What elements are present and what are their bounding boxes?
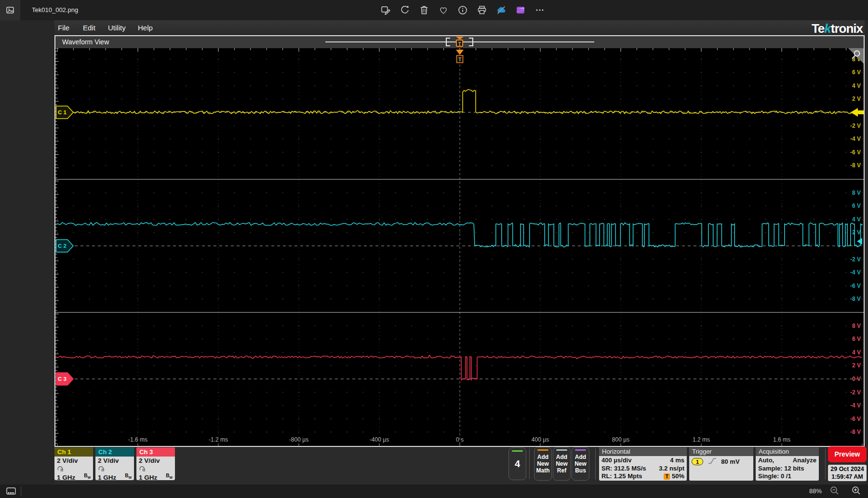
- add-new-math-button[interactable]: Add New Math: [534, 447, 552, 481]
- clipchamp-icon: [515, 5, 526, 15]
- voltage-tick-label: -6 V: [850, 149, 861, 156]
- delete-button[interactable]: [418, 4, 430, 16]
- trash-icon: [419, 5, 429, 15]
- overview-left-bracket[interactable]: [446, 38, 450, 46]
- photos-app-icon[interactable]: [0, 0, 20, 20]
- channel-3-label: Ch 3: [136, 447, 175, 457]
- voltage-tick-label: 4 V: [852, 349, 861, 356]
- trigger-panel[interactable]: Trigger 1 80 mV: [689, 447, 753, 481]
- channel-3-scale: 2 V/div: [139, 457, 173, 465]
- bus-accent: [575, 449, 586, 451]
- zoom-out-icon: [829, 485, 840, 496]
- rotate-button[interactable]: [399, 4, 411, 16]
- time-tick-label: -1.6 ms: [128, 436, 147, 443]
- photos-app-window: Tek010_002.png: [0, 0, 868, 498]
- favorite-button[interactable]: [438, 4, 449, 16]
- clipchamp-button[interactable]: [515, 4, 526, 16]
- math-accent: [537, 449, 548, 451]
- voltage-tick-label: 2 V: [852, 362, 861, 369]
- overview-right-bracket[interactable]: [469, 38, 473, 46]
- waveform-view-window: Waveform View T 8 V8 V8 V6 V6 V6 V4 V4 V…: [54, 35, 865, 447]
- voltage-tick-label: -6 V: [850, 283, 861, 289]
- horizontal-panel-title: Horizontal: [599, 447, 687, 456]
- menu-file[interactable]: File: [58, 23, 69, 33]
- channel-1-badge[interactable]: Ch 1 2 V/div 1 GHz BW: [54, 447, 93, 480]
- separator: [21, 486, 21, 496]
- waveform-count-accent: [512, 450, 523, 452]
- image-filename: Tek010_002.png: [32, 0, 78, 20]
- horizontal-panel[interactable]: Horizontal 400 µs/div4 ms SR: 312.5 MS/s…: [599, 447, 687, 481]
- channel-3-badge[interactable]: Ch 3 2 V/div 1 GHz BW: [136, 447, 175, 480]
- voltage-tick-label: -4 V: [850, 269, 861, 276]
- photos-bottombar: [0, 485, 868, 498]
- horizontal-window: 4 ms: [670, 457, 684, 465]
- menu-help[interactable]: Help: [138, 23, 153, 33]
- menu-edit[interactable]: Edit: [83, 23, 95, 33]
- svg-text:C 2: C 2: [58, 243, 67, 249]
- voltage-tick-label: 8 V: [852, 189, 861, 196]
- onedrive-button[interactable]: [495, 4, 507, 16]
- zoom-in-button[interactable]: [851, 485, 862, 498]
- voltage-tick-label: 8 V: [852, 323, 861, 329]
- trace-ch-3: [56, 355, 862, 380]
- voltage-tick-label: -8 V: [850, 296, 861, 302]
- overview-trigger-marker[interactable]: T: [456, 40, 463, 47]
- graticule-channel-badge-1[interactable]: C 1: [56, 106, 74, 119]
- print-icon: [477, 5, 487, 15]
- waveform-view-title: Waveform View: [62, 36, 109, 48]
- info-icon: [457, 5, 468, 15]
- print-button[interactable]: [476, 4, 488, 16]
- filmstrip-icon: [6, 486, 16, 496]
- waveform-count-value: 4: [509, 458, 526, 470]
- zoom-out-button[interactable]: [829, 485, 840, 498]
- menu-utility[interactable]: Utility: [108, 23, 126, 33]
- acquisition-analyze: Analyze: [793, 457, 816, 465]
- trigger-position-icon: T: [664, 473, 670, 480]
- time-tick-label: -800 µs: [289, 436, 308, 443]
- channel-2-label: Ch 2: [95, 447, 134, 457]
- voltage-tick-label: -4 V: [850, 402, 861, 409]
- datetime-box: 29 Oct 2024 1:59:47 AM: [828, 465, 867, 481]
- acquisition-panel[interactable]: Acquisition Auto,Analyze Sample: 12 bits…: [756, 447, 819, 481]
- add-new-ref-button[interactable]: Add New Ref: [553, 447, 571, 481]
- zoom-level-label: 88%: [809, 485, 822, 498]
- more-options-button[interactable]: [534, 4, 546, 16]
- add-new-bus-button[interactable]: Add New Bus: [572, 447, 589, 481]
- waveform-view-header: Waveform View T: [55, 36, 864, 48]
- voltage-tick-label: 4 V: [852, 216, 861, 223]
- rising-edge-icon: [708, 458, 717, 467]
- ref-accent: [556, 449, 567, 451]
- voltage-tick-label: -8 V: [850, 429, 861, 435]
- svg-text:T: T: [458, 56, 462, 62]
- svg-text:C 1: C 1: [58, 109, 67, 115]
- trigger-panel-title: Trigger: [689, 447, 753, 456]
- voltage-tick-label: 4 V: [852, 82, 861, 89]
- channel-1-label: Ch 1: [54, 447, 93, 457]
- graticule-channel-badge-3[interactable]: C 3: [56, 373, 74, 385]
- sample-rate: SR: 312.5 MS/s: [601, 465, 646, 473]
- channel-2-bandwidth: 1 GHz: [98, 474, 116, 480]
- filmstrip-button[interactable]: [6, 486, 16, 498]
- channel-2-badge[interactable]: Ch 2 2 V/div 1 GHz BW: [95, 447, 134, 480]
- info-button[interactable]: [457, 4, 468, 16]
- voltage-tick-label: 6 V: [852, 69, 861, 76]
- time-tick-label: 1.2 ms: [693, 436, 710, 443]
- graticule-channel-badge-2[interactable]: C 2: [56, 240, 74, 252]
- trace-ch-2: [56, 223, 862, 247]
- channel-1-scale: 2 V/div: [57, 457, 91, 465]
- edit-image-button[interactable]: [380, 4, 391, 16]
- rotate-icon: [400, 5, 410, 15]
- voltage-tick-label: 6 V: [852, 202, 861, 209]
- acquisition-mode: Auto,: [758, 457, 774, 465]
- ch2-level-marker[interactable]: [857, 238, 862, 244]
- waveform-count-button[interactable]: 4: [508, 447, 526, 480]
- ch1-level-marker[interactable]: [851, 108, 864, 117]
- trigger-marker[interactable]: T: [456, 50, 464, 63]
- separator: [825, 448, 826, 479]
- probe-icon: [57, 465, 91, 472]
- acquisition-panel-title: Acquisition: [756, 447, 819, 456]
- acquisition-single: Single: 0 /1: [758, 472, 816, 481]
- photos-toolbar: [380, 0, 546, 20]
- preview-button[interactable]: Preview: [828, 446, 867, 462]
- time-tick-label: 400 µs: [532, 436, 549, 443]
